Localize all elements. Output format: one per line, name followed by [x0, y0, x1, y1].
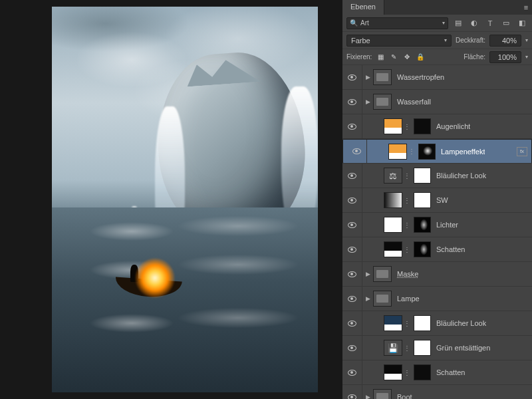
expand-arrow-icon[interactable]: ▶	[362, 74, 373, 80]
layer-mask-thumbnail[interactable]	[414, 241, 431, 257]
layer-thumbnail[interactable]	[384, 315, 402, 331]
blend-mode-select[interactable]: Farbe ▾	[346, 35, 452, 47]
layer-thumbnail[interactable]	[384, 364, 402, 380]
filter-type-icon[interactable]: T	[484, 17, 496, 29]
layer-mask-thumbnail[interactable]	[414, 364, 431, 380]
layer-thumbnail[interactable]	[384, 241, 402, 257]
filter-image-icon[interactable]: ▤	[452, 17, 464, 29]
layer-row[interactable]: ▶Boot	[342, 385, 532, 399]
visibility-toggle[interactable]	[342, 311, 362, 335]
layer-thumbnail[interactable]: 💾	[384, 340, 402, 356]
layer-row[interactable]: ▶Wasserfall	[342, 90, 532, 114]
layer-mask-thumbnail[interactable]	[414, 340, 431, 356]
layer-mask-thumbnail[interactable]	[414, 217, 431, 233]
layer-name[interactable]: Maske	[397, 270, 418, 278]
visibility-toggle[interactable]	[342, 114, 362, 138]
visibility-toggle[interactable]	[347, 140, 367, 163]
eye-icon	[348, 370, 356, 376]
tab-layers[interactable]: Ebenen	[342, 0, 384, 15]
layer-mask-thumbnail[interactable]	[418, 144, 436, 160]
layer-name[interactable]: Lampeneffekt	[441, 148, 485, 156]
mask-link-icon[interactable]: ⋮	[408, 148, 415, 155]
mask-link-icon[interactable]: ⋮	[404, 344, 410, 352]
filter-smart-icon[interactable]: ◧	[516, 17, 528, 29]
document-canvas[interactable]	[52, 7, 318, 392]
layer-thumbnail[interactable]: ⚖	[384, 168, 402, 184]
layer-thumbnail[interactable]	[384, 118, 402, 134]
visibility-toggle[interactable]	[342, 237, 362, 261]
layer-filter-type[interactable]: 🔍 Art ▾	[346, 17, 448, 29]
layer-row[interactable]: ⚖⋮Bläulicher Look	[342, 164, 532, 188]
lock-position-icon[interactable]: ✥	[402, 53, 412, 62]
visibility-toggle[interactable]	[342, 90, 362, 114]
layer-row[interactable]: ⋮Bläulicher Look	[342, 311, 532, 336]
mask-link-icon[interactable]: ⋮	[404, 172, 410, 180]
visibility-toggle[interactable]	[342, 360, 362, 384]
fill-input[interactable]: 100%	[489, 51, 521, 63]
layer-mask-thumbnail[interactable]	[414, 192, 431, 208]
visibility-toggle[interactable]	[342, 164, 362, 188]
layer-mask-thumbnail[interactable]	[414, 168, 431, 184]
visibility-toggle[interactable]	[342, 336, 362, 360]
eye-icon	[348, 321, 356, 327]
layer-row[interactable]: 💾⋮Grün entsättigen	[342, 336, 532, 360]
mask-link-icon[interactable]: ⋮	[404, 369, 410, 376]
layer-name[interactable]: Wassertropfen	[397, 73, 444, 81]
eye-icon	[348, 99, 356, 105]
eye-icon	[348, 394, 356, 400]
layer-name[interactable]: Wasserfall	[397, 98, 431, 106]
visibility-toggle[interactable]	[342, 65, 362, 89]
expand-arrow-icon[interactable]: ▶	[362, 394, 373, 399]
visibility-toggle[interactable]	[342, 262, 362, 286]
chevron-down-icon[interactable]: ▾	[525, 54, 528, 60]
visibility-toggle[interactable]	[342, 188, 362, 212]
search-icon: 🔍	[350, 19, 358, 27]
layer-mask-thumbnail[interactable]	[414, 315, 431, 331]
layer-row[interactable]: ⋮Augenlicht	[342, 114, 532, 139]
layer-row[interactable]: ▶Wassertropfen	[342, 65, 532, 90]
expand-arrow-icon[interactable]: ▶	[362, 295, 373, 302]
panel-menu-icon[interactable]: ≡	[520, 0, 532, 15]
layer-row[interactable]: ▶Lampe	[342, 287, 532, 311]
mask-link-icon[interactable]: ⋮	[404, 320, 410, 327]
layer-row[interactable]: ⋮Lichter	[342, 213, 532, 237]
layer-thumbnail[interactable]	[384, 217, 402, 233]
mask-link-icon[interactable]: ⋮	[404, 221, 410, 229]
layer-name[interactable]: Lampe	[397, 295, 420, 303]
lock-transparent-icon[interactable]: ▦	[376, 53, 385, 62]
layer-row[interactable]: ⋮Schatten	[342, 360, 532, 385]
expand-arrow-icon[interactable]: ▶	[362, 271, 373, 277]
visibility-toggle[interactable]	[342, 213, 362, 237]
mask-link-icon[interactable]: ⋮	[404, 246, 410, 253]
layer-name[interactable]: Schatten	[436, 245, 465, 253]
mask-link-icon[interactable]: ⋮	[404, 197, 410, 204]
opacity-input[interactable]: 40%	[489, 35, 521, 47]
layer-row[interactable]: ⋮Lampeneffektfx	[342, 139, 532, 164]
visibility-toggle[interactable]	[342, 287, 362, 311]
filter-adjust-icon[interactable]: ◐	[468, 17, 480, 29]
layer-name[interactable]: SW	[436, 196, 448, 204]
layer-thumbnail[interactable]	[388, 144, 407, 160]
filter-shape-icon[interactable]: ▭	[500, 17, 512, 29]
chevron-down-icon[interactable]: ▾	[525, 37, 528, 43]
lock-row: Fixieren: ▦ ✎ ✥ 🔒 Fläche: 100% ▾	[342, 49, 532, 65]
mask-link-icon[interactable]: ⋮	[404, 123, 410, 130]
layer-mask-thumbnail[interactable]	[414, 118, 431, 134]
layer-name[interactable]: Lichter	[436, 221, 458, 229]
layer-name[interactable]: Grün entsättigen	[436, 344, 490, 352]
lock-pixels-icon[interactable]: ✎	[389, 53, 398, 62]
layer-name[interactable]: Augenlicht	[436, 122, 470, 130]
layer-name[interactable]: Boot	[397, 393, 412, 399]
layer-effects-icon[interactable]: fx	[517, 147, 527, 156]
layer-thumbnail[interactable]	[384, 192, 402, 208]
layer-name[interactable]: Bläulicher Look	[436, 319, 486, 327]
lock-all-icon[interactable]: 🔒	[416, 53, 425, 62]
visibility-toggle[interactable]	[342, 385, 362, 399]
layer-name[interactable]: Schatten	[436, 368, 465, 376]
expand-arrow-icon[interactable]: ▶	[362, 98, 373, 105]
layer-row[interactable]: ⋮SW	[342, 188, 532, 213]
layer-name[interactable]: Bläulicher Look	[436, 172, 486, 180]
layer-row[interactable]: ⋮Schatten	[342, 237, 532, 262]
layer-row[interactable]: ▶Maske	[342, 262, 532, 287]
chevron-down-icon: ▾	[444, 37, 447, 43]
